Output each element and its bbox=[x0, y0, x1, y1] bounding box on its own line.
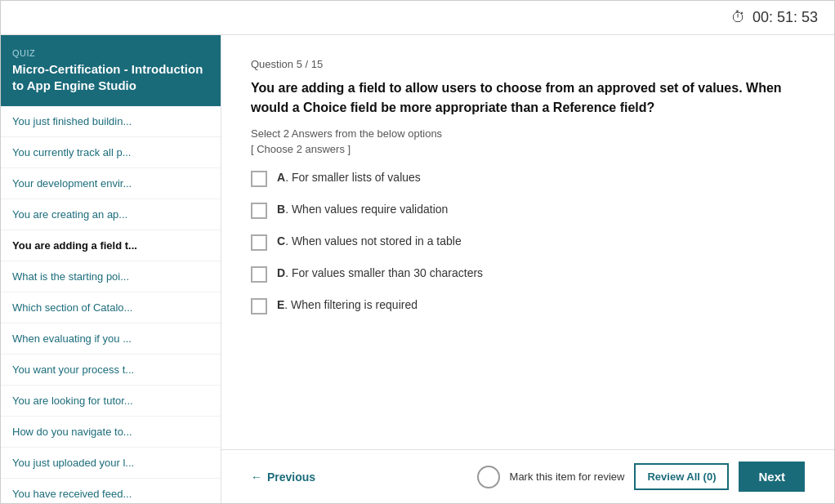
answer-option-e[interactable]: E. When filtering is required bbox=[251, 297, 805, 314]
sidebar-item-6[interactable]: What is the starting poi... bbox=[1, 261, 221, 292]
answer-option-b[interactable]: B. When values require validation bbox=[251, 202, 805, 219]
review-all-button[interactable]: Review All (0) bbox=[634, 463, 729, 490]
answer-option-c[interactable]: C. When values not stored in a table bbox=[251, 234, 805, 251]
sidebar-item-10[interactable]: You are looking for tutor... bbox=[1, 386, 221, 417]
instruction: Select 2 Answers from the below options bbox=[251, 127, 805, 140]
sidebar-item-8[interactable]: When evaluating if you ... bbox=[1, 323, 221, 355]
checkbox-c[interactable] bbox=[251, 234, 267, 251]
timer-icon: ⏱ bbox=[731, 9, 746, 26]
answer-option-a[interactable]: A. For smaller lists of values bbox=[251, 170, 805, 187]
question-panel: Question 5 / 15 You are adding a field t… bbox=[221, 35, 834, 449]
checkbox-a[interactable] bbox=[251, 171, 267, 187]
sidebar-item-5[interactable]: You are adding a field t... bbox=[1, 230, 221, 261]
sidebar-item-1[interactable]: You just finished buildin... bbox=[1, 106, 221, 137]
answer-text-a: A. For smaller lists of values bbox=[277, 170, 421, 186]
sidebar-item-12[interactable]: You just uploaded your l... bbox=[1, 448, 221, 479]
sidebar-item-3[interactable]: Your development envir... bbox=[1, 168, 221, 199]
sidebar-item-9[interactable]: You want your process t... bbox=[1, 355, 221, 386]
review-label: Mark this item for review bbox=[510, 471, 625, 483]
sidebar-item-7[interactable]: Which section of Catalo... bbox=[1, 292, 221, 323]
header-bar: ⏱ 00: 51: 53 bbox=[1, 1, 834, 35]
prev-arrow: ← bbox=[251, 471, 262, 484]
question-number: Question 5 / 15 bbox=[251, 58, 805, 70]
content-area: Question 5 / 15 You are adding a field t… bbox=[221, 35, 834, 503]
sidebar-header: QUIZ Micro-Certification - Introduction … bbox=[1, 35, 221, 106]
answer-text-e: E. When filtering is required bbox=[277, 297, 418, 314]
checkbox-d[interactable] bbox=[251, 266, 267, 283]
timer-display: 00: 51: 53 bbox=[752, 9, 818, 26]
footer-bar: ← Previous Mark this item for review Rev… bbox=[221, 449, 834, 503]
answer-text-b: B. When values require validation bbox=[277, 202, 448, 218]
next-button[interactable]: Next bbox=[739, 462, 805, 492]
footer-right: Mark this item for review Review All (0)… bbox=[477, 462, 805, 492]
sidebar-item-2[interactable]: You currently track all p... bbox=[1, 137, 221, 168]
timer: ⏱ 00: 51: 53 bbox=[731, 9, 818, 26]
previous-button[interactable]: ← Previous bbox=[251, 471, 315, 484]
sidebar-item-11[interactable]: How do you navigate to... bbox=[1, 417, 221, 448]
sidebar-items: You just finished buildin...You currentl… bbox=[1, 106, 221, 503]
review-circle-toggle[interactable] bbox=[477, 466, 500, 488]
review-section: Mark this item for review bbox=[477, 466, 625, 488]
sidebar-item-4[interactable]: You are creating an ap... bbox=[1, 199, 221, 230]
sidebar-item-13[interactable]: You have received feed... bbox=[1, 479, 221, 503]
choose-label: [ Choose 2 answers ] bbox=[251, 143, 805, 155]
answer-text-c: C. When values not stored in a table bbox=[277, 234, 462, 250]
checkbox-e[interactable] bbox=[251, 298, 267, 314]
checkbox-b[interactable] bbox=[251, 203, 267, 219]
prev-label: Previous bbox=[267, 471, 315, 484]
answer-text-d: D. For values smaller than 30 characters bbox=[277, 265, 483, 282]
quiz-label: QUIZ bbox=[12, 48, 209, 58]
answer-option-d[interactable]: D. For values smaller than 30 characters bbox=[251, 265, 805, 283]
sidebar: QUIZ Micro-Certification - Introduction … bbox=[1, 35, 221, 503]
quiz-title: Micro-Certification - Introduction to Ap… bbox=[12, 61, 209, 93]
question-text: You are adding a field to allow users to… bbox=[251, 78, 805, 118]
